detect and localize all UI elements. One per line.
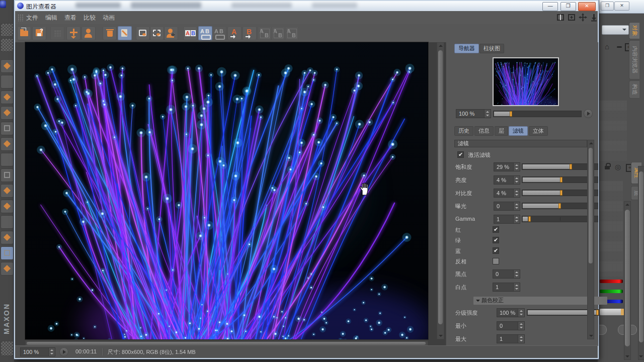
navigator-thumbnail[interactable] <box>493 57 559 106</box>
full-image-eye-button[interactable] <box>164 26 178 40</box>
delete-image-button[interactable] <box>103 26 117 40</box>
split-view-icon[interactable] <box>556 13 565 22</box>
menu-file[interactable]: 文件 <box>26 14 38 22</box>
menu-grip-handle[interactable] <box>18 14 24 21</box>
titlebar[interactable]: 图片查看器 — ❐ ✕ <box>15 1 598 12</box>
target-icon[interactable]: ◎ <box>615 163 621 171</box>
left-toolbar-partial-icon[interactable] <box>1 341 14 356</box>
red-channel-checkbox[interactable]: ✔ <box>493 226 499 233</box>
menu-compare[interactable]: 比较 <box>84 14 96 22</box>
spinner-arrows[interactable] <box>518 322 524 330</box>
spinner-arrows[interactable] <box>518 309 524 317</box>
left-toolbar-partial-icon[interactable] <box>1 231 14 244</box>
left-toolbar-partial-icon[interactable] <box>1 168 14 182</box>
left-toolbar-partial-icon[interactable] <box>1 262 14 276</box>
panel-scrollbar[interactable] <box>587 140 594 339</box>
tab-layer[interactable]: 层 <box>495 126 508 136</box>
value-slider[interactable] <box>600 309 624 315</box>
green-channel-slider[interactable] <box>600 290 623 293</box>
home-icon[interactable]: ⌂ <box>605 42 609 51</box>
undock-panel-icon[interactable] <box>590 13 598 22</box>
left-toolbar-partial-icon[interactable] <box>1 90 14 104</box>
left-toolbar-partial-icon[interactable] <box>1 200 14 213</box>
compare-ab-split-button[interactable]: AB <box>198 26 212 40</box>
spinner-arrows[interactable] <box>513 189 520 197</box>
tab-info[interactable]: 信息 <box>474 126 494 136</box>
main-app-close-button[interactable]: ✕ <box>614 2 629 11</box>
spinner-arrows[interactable] <box>513 163 520 171</box>
tab-filter[interactable]: 滤镜 <box>509 126 528 136</box>
white-point-field[interactable]: 1 <box>493 283 520 292</box>
canvas-vertical-scrollbar[interactable] <box>437 42 444 339</box>
contrast-field[interactable]: 4 % <box>494 189 520 198</box>
search-dropdown[interactable] <box>602 25 629 35</box>
invert-checkbox[interactable] <box>493 258 499 264</box>
left-toolbar-partial-icon[interactable] <box>1 184 14 198</box>
spinner-arrows[interactable] <box>513 215 520 223</box>
exposure-field[interactable]: 0 <box>494 202 520 211</box>
spinner-arrows[interactable] <box>513 176 520 184</box>
dock-tab-structure[interactable]: 构造 <box>629 80 639 99</box>
activate-filter-checkbox[interactable]: ✔ <box>457 151 464 158</box>
gamma-field[interactable]: 1 <box>494 215 520 224</box>
left-toolbar-partial-icon[interactable] <box>1 246 14 260</box>
set-image-b-button[interactable]: B <box>243 26 257 40</box>
maximum-field[interactable]: 1 <box>497 334 525 343</box>
set-image-a-button[interactable]: A <box>227 26 242 40</box>
move-panel-icon[interactable] <box>579 13 587 22</box>
save-image-button[interactable] <box>32 26 46 40</box>
left-toolbar-partial-icon[interactable] <box>1 137 14 151</box>
blue-channel-checkbox[interactable]: ✔ <box>493 247 499 254</box>
navigator-zoom-slider[interactable] <box>493 111 582 117</box>
show-image-b-button[interactable] <box>150 26 164 40</box>
navigate-channels-button[interactable] <box>66 26 80 40</box>
red-channel-slider[interactable] <box>600 280 623 283</box>
open-folder-button[interactable] <box>17 26 31 40</box>
spinner-arrows[interactable] <box>48 348 55 356</box>
attribute-scrollbar[interactable] <box>624 201 631 360</box>
brightness-field[interactable]: 4 % <box>494 175 520 185</box>
status-play-button[interactable] <box>59 347 68 356</box>
minimize-layout-icon[interactable] <box>617 46 622 48</box>
green-channel-checkbox[interactable]: ✔ <box>493 237 499 243</box>
menu-animation[interactable]: 动画 <box>103 14 115 22</box>
navigator-zoom-field[interactable]: 100 % <box>456 109 491 118</box>
full-image-button[interactable] <box>82 26 96 40</box>
left-toolbar-partial-icon[interactable] <box>1 75 14 88</box>
dock-tab-content-browser[interactable]: 内容浏览器 <box>629 40 639 79</box>
rendered-image[interactable] <box>25 42 428 339</box>
dock-tab-objects[interactable]: 对象 <box>629 22 639 39</box>
compare-ab-button[interactable]: AB <box>183 26 197 40</box>
status-zoom-field[interactable]: 100 % <box>20 347 55 356</box>
spinner-arrows[interactable] <box>513 202 520 210</box>
menu-edit[interactable]: 编辑 <box>45 14 57 22</box>
minimum-field[interactable]: 0 <box>497 321 525 330</box>
menu-view[interactable]: 查看 <box>64 14 76 22</box>
minimize-button[interactable]: — <box>542 2 558 11</box>
spinner-arrows[interactable] <box>513 283 520 291</box>
black-point-field[interactable]: 0 <box>493 269 520 279</box>
left-toolbar-partial-icon[interactable] <box>1 215 14 229</box>
tab-stereo[interactable]: 立体 <box>529 126 548 136</box>
left-toolbar-partial-icon[interactable] <box>1 106 14 120</box>
tab-navigator[interactable]: 导航器 <box>454 44 479 53</box>
maximize-button[interactable]: ❐ <box>560 2 576 11</box>
saturation-field[interactable]: 29 % <box>494 162 520 171</box>
navigator-play-button[interactable] <box>584 109 593 118</box>
left-toolbar-partial-icon[interactable] <box>1 59 14 73</box>
grading-strength-field[interactable]: 100 % <box>497 308 525 317</box>
left-toolbar-partial-icon[interactable] <box>1 153 14 166</box>
main-app-maximize-button[interactable]: ❐ <box>601 2 614 11</box>
spinner-arrows[interactable] <box>513 270 520 278</box>
spinner-arrows[interactable] <box>518 335 524 343</box>
left-toolbar-partial-icon[interactable] <box>1 38 14 52</box>
spinner-arrows[interactable] <box>484 110 491 118</box>
left-toolbar-partial-icon[interactable] <box>1 23 14 37</box>
left-toolbar-partial-icon[interactable] <box>1 122 14 135</box>
show-image-a-button[interactable] <box>136 26 150 40</box>
close-button[interactable]: ✕ <box>578 2 596 11</box>
edit-notes-button[interactable] <box>118 26 132 40</box>
tab-histogram[interactable]: 柱状图 <box>479 44 504 53</box>
outer-scrollbar[interactable] <box>638 166 644 360</box>
tab-history[interactable]: 历史 <box>454 126 473 136</box>
